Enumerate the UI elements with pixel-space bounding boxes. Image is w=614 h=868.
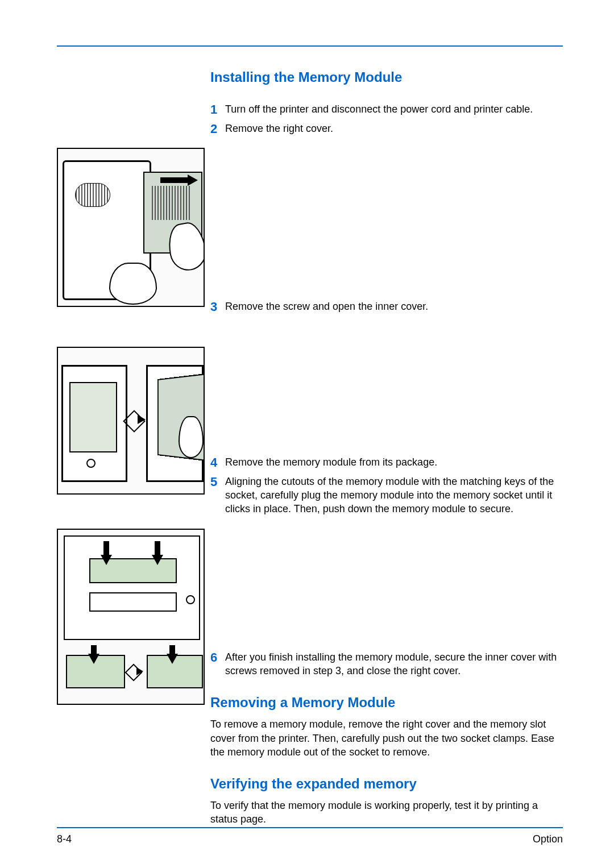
step-number: 5 (210, 474, 225, 491)
step-text: Remove the screw and open the inner cove… (225, 300, 563, 313)
figure-insert-memory-module (57, 529, 205, 705)
heading-installing: Installing the Memory Module (210, 69, 563, 85)
heading-verifying: Verifying the expanded memory (210, 776, 563, 792)
step-text: After you finish installing the memory m… (225, 650, 563, 678)
verifying-paragraph: To verify that the memory module is work… (210, 799, 563, 827)
page-number: 8-4 (57, 833, 72, 845)
step-2: 2 Remove the right cover. (210, 122, 563, 138)
step-number: 6 (210, 649, 225, 666)
top-rule (57, 45, 563, 47)
step-6: 6 After you finish installing the memory… (210, 650, 563, 678)
heading-removing: Removing a Memory Module (210, 695, 563, 711)
page-footer: 8-4 Option (57, 833, 563, 845)
step-number: 2 (210, 121, 225, 138)
figure-open-inner-cover (57, 347, 205, 495)
figure-spacer (210, 520, 563, 650)
step-number: 4 (210, 454, 225, 471)
step-text: Remove the right cover. (225, 122, 563, 135)
step-3: 3 Remove the screw and open the inner co… (210, 300, 563, 315)
step-4: 4 Remove the memory module from its pack… (210, 455, 563, 471)
step-number: 1 (210, 101, 225, 118)
step-text: Turn off the printer and disconnect the … (225, 102, 563, 116)
step-1: 1 Turn off the printer and disconnect th… (210, 102, 563, 118)
removing-paragraph: To remove a memory module, remove the ri… (210, 717, 563, 759)
figure-spacer (210, 319, 563, 455)
figure-spacer (210, 140, 563, 300)
step-number: 3 (210, 298, 225, 315)
step-5: 5 Aligning the cutouts of the memory mod… (210, 475, 563, 516)
step-text: Aligning the cutouts of the memory modul… (225, 475, 563, 516)
step-text: Remove the memory module from its packag… (225, 455, 563, 469)
bottom-rule (57, 827, 563, 828)
section-label: Option (533, 833, 563, 845)
figure-remove-right-cover (57, 148, 205, 307)
